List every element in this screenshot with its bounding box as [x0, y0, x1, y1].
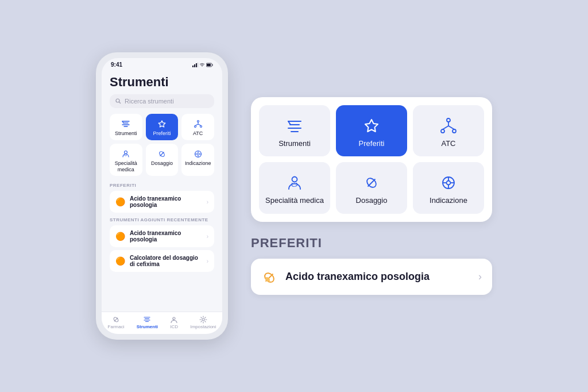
- big-label-dosaggio: Dosaggio: [356, 196, 388, 206]
- big-specialita-icon: [286, 172, 303, 191]
- svg-point-38: [447, 181, 451, 185]
- nav-strumenti[interactable]: Strumenti: [137, 316, 158, 329]
- chevron-icon-1: ›: [207, 199, 208, 205]
- nav-label-strumenti: Strumenti: [137, 324, 158, 329]
- svg-line-33: [448, 126, 454, 129]
- svg-line-25: [114, 318, 118, 321]
- list-item-acido-1[interactable]: 🟠 Acido tranexamico posologia ›: [110, 191, 214, 213]
- svg-line-8: [119, 102, 121, 104]
- svg-rect-1: [194, 64, 195, 67]
- svg-line-14: [198, 124, 201, 126]
- nav-impostazioni[interactable]: Impostazioni: [190, 316, 216, 329]
- big-cell-preferiti[interactable]: Preferiti: [336, 105, 407, 157]
- pref-pill-icon: [261, 268, 277, 286]
- search-placeholder: Ricerca strumenti: [125, 98, 174, 105]
- big-cell-specialita[interactable]: Specialità medica: [259, 162, 330, 214]
- svg-line-36: [368, 179, 376, 187]
- svg-point-9: [197, 120, 199, 122]
- grid-label-preferiti: Preferiti: [153, 130, 171, 137]
- search-icon: [115, 98, 121, 104]
- indicazione-icon: [194, 148, 203, 159]
- list-text-acido-2: Acido tranexamico posologia: [130, 230, 202, 243]
- specialita-icon: [121, 148, 130, 159]
- pill-icon-1: 🟠: [115, 197, 125, 206]
- list-text-calcolatore: Calcolatore del dosaggio di cefixima: [130, 255, 202, 267]
- grid-label-specialita: Specialità medica: [112, 160, 140, 173]
- phone-mockup: 9:41 Strumenti Ricerca strumenti: [96, 52, 228, 340]
- big-cell-atc[interactable]: ATC: [413, 105, 484, 157]
- section-title-preferiti: PREFERITI: [110, 183, 214, 188]
- pill-icon-3: 🟠: [115, 256, 125, 266]
- svg-point-34: [292, 177, 297, 182]
- svg-rect-5: [207, 64, 211, 66]
- big-label-strumenti: Strumenti: [278, 139, 311, 149]
- svg-line-32: [443, 126, 448, 129]
- atc-icon: [194, 118, 203, 129]
- grid-cell-specialita[interactable]: Specialità medica: [110, 144, 142, 176]
- grid-label-atc: ATC: [193, 130, 203, 137]
- grid-cell-dosaggio[interactable]: Dosaggio: [146, 144, 179, 176]
- svg-line-17: [160, 152, 164, 156]
- svg-rect-2: [196, 63, 197, 67]
- strumenti-icon: [121, 118, 130, 129]
- svg-point-19: [197, 153, 199, 155]
- phone-search-bar[interactable]: Ricerca strumenti: [110, 94, 214, 108]
- nav-label-impostazioni: Impostazioni: [190, 324, 216, 329]
- big-cell-dosaggio[interactable]: Dosaggio: [336, 162, 407, 214]
- section-title-recenti: STRUMENTI AGGIUNTI RECENTEMENTE: [110, 217, 214, 222]
- svg-rect-0: [192, 66, 194, 67]
- preferiti-icon: [157, 118, 167, 129]
- big-strumenti-icon: [286, 116, 303, 134]
- right-panel: Strumenti Preferiti ATC Sp: [251, 97, 492, 295]
- grid-label-dosaggio: Dosaggio: [151, 160, 173, 167]
- grid-cell-strumenti[interactable]: Strumenti: [110, 114, 142, 140]
- nav-icd[interactable]: ICD: [170, 316, 178, 329]
- wifi-icon: [200, 63, 204, 67]
- list-item-calcolatore[interactable]: 🟠 Calcolatore del dosaggio di cefixima ›: [110, 250, 214, 272]
- svg-point-26: [173, 317, 175, 320]
- svg-point-10: [194, 125, 196, 127]
- pref-chevron-icon: ›: [478, 271, 482, 283]
- grid-cell-indicazione[interactable]: Indicazione: [181, 144, 214, 176]
- nav-label-icd: ICD: [170, 324, 178, 329]
- chevron-icon-3: ›: [207, 258, 208, 264]
- big-indicazione-icon: [440, 172, 457, 191]
- preferiti-section: PREFERITI Acido tranexamico posologia ›: [251, 236, 492, 295]
- big-dosaggio-icon: [363, 172, 380, 191]
- list-item-acido-2[interactable]: 🟠 Acido tranexamico posologia ›: [110, 225, 214, 247]
- big-preferiti-icon: [363, 116, 380, 134]
- phone-screen: 9:41 Strumenti Ricerca strumenti: [102, 58, 222, 334]
- big-cell-indicazione[interactable]: Indicazione: [413, 162, 484, 214]
- dosaggio-icon: [157, 148, 167, 159]
- grid-label-indicazione: Indicazione: [185, 160, 211, 167]
- preferiti-section-title: PREFERITI: [251, 236, 492, 251]
- big-label-atc: ATC: [441, 139, 455, 149]
- big-label-indicazione: Indicazione: [430, 196, 467, 206]
- phone-nav-bar: Farmaci Strumenti ICD Impostazioni: [102, 312, 222, 334]
- pref-item-label: Acido tranexamico posologia: [285, 271, 470, 283]
- phone-tool-grid: Strumenti Preferiti ATC: [110, 114, 214, 176]
- svg-point-30: [452, 129, 456, 133]
- big-cell-strumenti[interactable]: Strumenti: [259, 105, 330, 157]
- phone-content: Strumenti Ricerca strumenti Strumenti: [102, 69, 222, 312]
- grid-cell-preferiti[interactable]: Preferiti: [146, 114, 179, 140]
- grid-label-strumenti: Strumenti: [115, 130, 137, 137]
- svg-rect-6: [212, 64, 213, 66]
- svg-point-15: [125, 151, 127, 153]
- battery-icon: [206, 63, 213, 67]
- status-icons: [192, 63, 213, 67]
- big-label-preferiti: Preferiti: [359, 139, 385, 149]
- grid-cell-atc[interactable]: ATC: [181, 114, 214, 140]
- nav-farmaci[interactable]: Farmaci: [108, 316, 125, 329]
- preferiti-list-item[interactable]: Acido tranexamico posologia ›: [251, 259, 492, 295]
- svg-rect-3: [198, 63, 198, 67]
- status-time: 9:41: [111, 62, 122, 68]
- status-bar: 9:41: [102, 58, 222, 69]
- list-text-acido-1: Acido tranexamico posologia: [130, 195, 202, 208]
- strumenti-nav-icon: [143, 316, 151, 324]
- svg-point-7: [116, 99, 119, 102]
- svg-point-11: [200, 125, 202, 127]
- farmaci-nav-icon: [112, 316, 120, 324]
- nav-label-farmaci: Farmaci: [108, 324, 125, 329]
- impostazioni-nav-icon: [199, 316, 207, 324]
